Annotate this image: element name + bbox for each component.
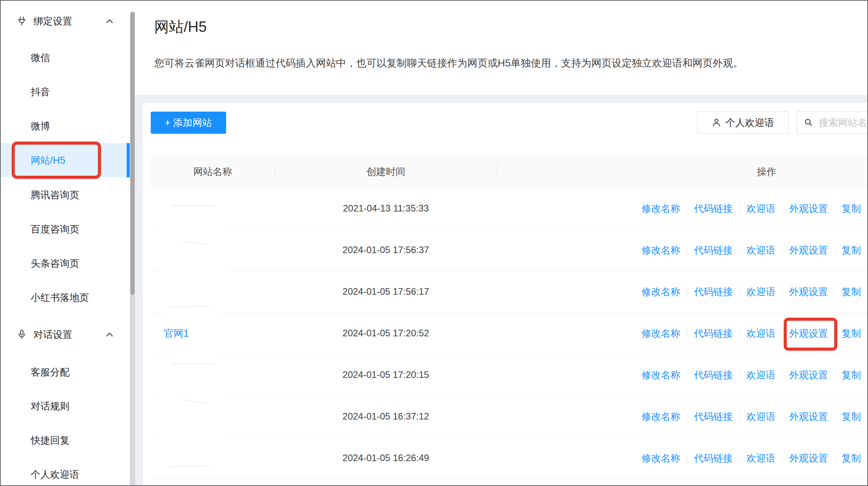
sidebar-item-weibo[interactable]: 微博: [1, 109, 130, 143]
code-link[interactable]: 代码链接: [694, 327, 733, 340]
created-time: 2021-04-13 11:35:33: [275, 203, 497, 214]
sidebar-item-personal-welcome[interactable]: 个人欢迎语: [1, 457, 130, 486]
appearance-settings-link[interactable]: 外观设置: [789, 327, 828, 340]
created-time: 2024-01-05 17:56:37: [275, 245, 497, 255]
rename-link[interactable]: 修改名称: [641, 369, 680, 381]
action-divider: [687, 245, 687, 255]
search-input[interactable]: [818, 117, 868, 129]
table-row: 2024-01-05 17:56:17 修改名称 代码链接 欢迎语 外观设置 复…: [151, 271, 867, 313]
copy-link[interactable]: 复制: [842, 202, 861, 215]
sidebar-group-label: 对话设置: [33, 328, 72, 341]
welcome-message-link[interactable]: 欢迎语: [746, 285, 776, 298]
code-link[interactable]: 代码链接: [694, 369, 733, 381]
appearance-settings-link[interactable]: 外观设置: [789, 369, 828, 381]
code-link[interactable]: 代码链接: [694, 285, 733, 298]
app-window: 绑定设置 微信 抖音 微博 网站/H5 腾讯咨询页 百度咨询页 头条咨询页 小红…: [0, 0, 868, 486]
copy-link[interactable]: 复制: [842, 327, 861, 340]
sidebar-item-quick-replies[interactable]: 快捷回复: [1, 423, 130, 457]
sidebar-item-dialog-rules[interactable]: 对话规则: [1, 389, 130, 423]
chevron-up-icon[interactable]: [105, 17, 114, 24]
websites-table: 网站名称 创建时间 操作 2021-04-13 11:35:33 修改名称 代码…: [151, 156, 867, 479]
action-divider: [835, 287, 835, 297]
column-header-time: 创建时间: [275, 165, 497, 178]
action-divider: [835, 411, 835, 421]
action-divider: [835, 245, 835, 255]
sidebar: 绑定设置 微信 抖音 微博 网站/H5 腾讯咨询页 百度咨询页 头条咨询页 小红…: [1, 1, 135, 485]
plug-icon: [16, 16, 27, 26]
table-body: 2021-04-13 11:35:33 修改名称 代码链接 欢迎语 外观设置 复…: [151, 188, 867, 479]
action-divider: [782, 328, 783, 338]
action-divider: [782, 411, 783, 421]
action-divider: [739, 245, 740, 255]
action-divider: [739, 411, 740, 421]
action-divider: [687, 411, 687, 421]
table-row: 官网1 2024-01-05 17:20:52 修改名称 代码链接 欢迎语 外观…: [151, 313, 867, 354]
welcome-message-link[interactable]: 欢迎语: [746, 327, 776, 340]
welcome-message-link[interactable]: 欢迎语: [746, 410, 776, 423]
action-divider: [739, 328, 740, 338]
copy-link[interactable]: 复制: [842, 452, 861, 465]
created-time: 2024-01-05 16:26:49: [275, 453, 497, 463]
sidebar-item-wechat[interactable]: 微信: [1, 40, 130, 75]
rename-link[interactable]: 修改名称: [641, 244, 680, 257]
row-actions: 修改名称 代码链接 欢迎语 外观设置 复制: [497, 244, 867, 257]
copy-link[interactable]: 复制: [842, 285, 861, 298]
action-divider: [739, 287, 740, 297]
scrollbar-thumb[interactable]: [130, 12, 135, 295]
table-row: 2021-04-13 11:35:33 修改名称 代码链接 欢迎语 外观设置 复…: [151, 188, 867, 229]
action-divider: [687, 370, 687, 380]
page-background-band: [135, 95, 867, 103]
sidebar-item-douyin[interactable]: 抖音: [1, 75, 130, 109]
code-link[interactable]: 代码链接: [694, 452, 733, 465]
redacted-names-blur-bottom: [166, 358, 221, 471]
sidebar-item-website-h5[interactable]: 网站/H5: [1, 143, 130, 177]
sidebar-item-agent-assign[interactable]: 客服分配: [1, 355, 130, 389]
personal-welcome-button[interactable]: 个人欢迎语: [697, 111, 789, 134]
action-divider: [835, 453, 835, 463]
sidebar-item-xiaohongshu-landing[interactable]: 小红书落地页: [1, 280, 130, 315]
copy-link[interactable]: 复制: [842, 410, 861, 423]
action-divider: [835, 370, 835, 380]
page-background-gutter: [135, 103, 143, 485]
action-divider: [739, 370, 740, 380]
appearance-settings-link[interactable]: 外观设置: [789, 452, 828, 465]
copy-link[interactable]: 复制: [842, 244, 861, 257]
sidebar-group-dialog-settings[interactable]: 对话设置: [1, 317, 130, 351]
page-header: 网站/H5 您可将云雀网页对话框通过代码插入网站中，也可以复制聊天链接作为网页或…: [135, 1, 867, 95]
column-header-actions: 操作: [497, 165, 867, 178]
table-row: 2024-01-05 16:26:49 修改名称 代码链接 欢迎语 外观设置 复…: [151, 437, 867, 479]
table-row: 2024-01-05 16:37:12 修改名称 代码链接 欢迎语 外观设置 复…: [151, 396, 867, 437]
copy-link[interactable]: 复制: [842, 369, 861, 381]
add-website-button[interactable]: + 添加网站: [151, 112, 226, 134]
sidebar-item-baidu-consult[interactable]: 百度咨询页: [1, 212, 130, 246]
chevron-up-icon[interactable]: [105, 331, 114, 338]
appearance-settings-link[interactable]: 外观设置: [789, 410, 828, 423]
sidebar-item-toutiao-consult[interactable]: 头条咨询页: [1, 246, 130, 280]
sidebar-item-tencent-consult[interactable]: 腾讯咨询页: [1, 178, 130, 212]
action-divider: [782, 370, 783, 380]
welcome-message-link[interactable]: 欢迎语: [746, 452, 776, 465]
code-link[interactable]: 代码链接: [694, 202, 733, 215]
appearance-settings-link[interactable]: 外观设置: [789, 285, 828, 298]
rename-link[interactable]: 修改名称: [641, 202, 680, 215]
action-divider: [782, 203, 783, 213]
welcome-message-link[interactable]: 欢迎语: [746, 369, 776, 381]
code-link[interactable]: 代码链接: [694, 410, 733, 423]
welcome-message-link[interactable]: 欢迎语: [746, 202, 776, 215]
appearance-settings-link[interactable]: 外观设置: [789, 244, 828, 257]
welcome-message-link[interactable]: 欢迎语: [746, 244, 776, 257]
appearance-settings-link[interactable]: 外观设置: [789, 202, 828, 215]
website-name-link[interactable]: 官网1: [151, 327, 275, 340]
rename-link[interactable]: 修改名称: [641, 285, 680, 298]
rename-link[interactable]: 修改名称: [641, 410, 680, 423]
sidebar-group-binding-settings[interactable]: 绑定设置: [1, 4, 130, 38]
scrollbar-track[interactable]: [130, 295, 135, 485]
column-separator: [497, 164, 497, 180]
table-row: 2024-01-05 17:20:15 修改名称 代码链接 欢迎语 外观设置 复…: [151, 354, 867, 396]
row-actions: 修改名称 代码链接 欢迎语 外观设置 复制: [497, 202, 867, 215]
table-header: 网站名称 创建时间 操作: [151, 156, 867, 188]
rename-link[interactable]: 修改名称: [641, 327, 680, 340]
code-link[interactable]: 代码链接: [694, 244, 733, 257]
rename-link[interactable]: 修改名称: [641, 452, 680, 465]
created-time: 2024-01-05 16:37:12: [275, 411, 497, 422]
